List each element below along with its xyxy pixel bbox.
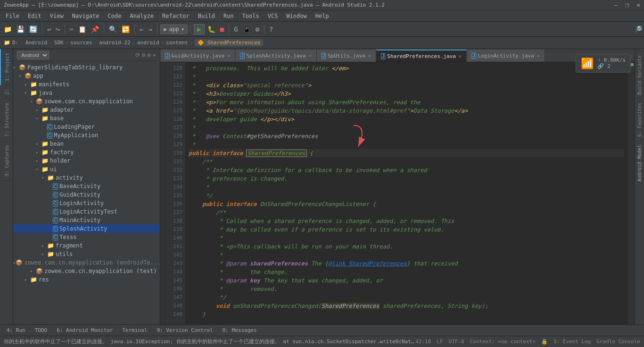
toolbar-replace-btn[interactable]: 🔁 [120,25,132,34]
build-variants-tab[interactable]: Build Variants [636,51,643,99]
tree-item-guidactivity[interactable]: CGuidActivity [13,190,160,199]
toolbar-redo-btn[interactable]: ↪ [54,25,61,34]
tab-close[interactable]: × [309,53,312,58]
tree-item-adapter[interactable]: ▸📁adapter [13,106,160,114]
tree-item-loadingpager[interactable]: CLoadingPager [13,123,160,131]
vtab-structure[interactable]: 7: Structure [0,99,13,141]
tree-item-mainactivity[interactable]: CMainActivity [13,216,160,224]
menu-analyze[interactable]: Analyze [126,12,157,20]
toolbar-undo-btn[interactable]: ↩ [45,25,53,34]
tab-SpUtils-java[interactable]: JSpUtils.java× [317,50,376,62]
gradle-tab[interactable]: Android Model [636,141,643,185]
bc-android22[interactable]: android-22 [99,40,130,46]
tree-item-pager[interactable]: ▸📦PagerSlidingTabStrip_library [13,63,160,72]
toolbar-file-btn[interactable]: 📁 [2,25,14,34]
run-button[interactable]: ▶ [194,24,204,34]
toolbar-paste-btn[interactable]: 📌 [89,25,101,34]
tree-item-loginactivity[interactable]: CLoginActivity [13,199,160,207]
menu-vcs[interactable]: VCS [264,12,282,20]
menu-window[interactable]: Window [282,12,310,20]
menu-tools[interactable]: Tools [239,12,263,20]
bc-android-pkg[interactable]: android [137,40,159,46]
code-content[interactable]: * processes. This will be added later </… [185,62,628,324]
tree-item-baseactivity[interactable]: CBaseActivity [13,182,160,190]
sync-action[interactable]: ⟳ [135,52,140,58]
minimize-button[interactable]: — [614,1,618,8]
tree-item-utils[interactable]: ▸📁utils [13,250,160,258]
tab-GuidActivity-java[interactable]: JGuidActivity.java× [160,50,235,62]
expand-action[interactable]: ▾ [153,52,156,58]
toolbar-sdk-btn[interactable]: ⚙ [254,25,261,34]
menu-file[interactable]: File [2,12,23,20]
status-event-log[interactable]: 3: Event Log [553,339,591,345]
tree-item-ui[interactable]: ▾📁ui [13,165,160,174]
bc-sdk[interactable]: SDK [54,40,64,46]
toolbar-nav-back-btn[interactable]: ← [138,25,145,34]
vtab-captures[interactable]: 9: Captures [0,141,13,181]
tree-item-activity[interactable]: ▾📁activity [13,174,160,182]
menu-build[interactable]: Build [194,12,219,20]
menu-help[interactable]: Help [312,12,333,20]
favorites-tab[interactable]: 6: Favorites [636,99,643,140]
status-gradle-console[interactable]: Gradle Console [596,339,640,345]
toolbar-sync-btn[interactable]: 🔄 [27,25,39,34]
bottom-tab-0-messages[interactable]: 0: Messages [218,326,262,334]
tree-item-zowee[interactable]: ▾📦zowee.com.cn.myapplication [13,97,160,106]
toolbar-avd-btn[interactable]: 📱 [241,25,253,34]
debug-button[interactable]: 🐛 [206,25,217,34]
tab-LoginActivity-java[interactable]: JLoginActivity.java× [467,50,545,62]
toolbar-save-btn[interactable]: 💾 [15,25,26,34]
tree-item-fragment[interactable]: ▸📁fragment [13,241,160,250]
tree-item-factory[interactable]: ▸📁factory [13,148,160,157]
vtab-project[interactable]: 1: Project [0,49,13,85]
menu-run[interactable]: Run [220,12,238,20]
tree-item-zowee3[interactable]: ▸📦zowee.com.cn.myapplication (test) [13,267,160,275]
tree-item-holder[interactable]: ▸📁holder [13,157,160,165]
app-selector[interactable]: ▶ app ▾ [160,25,188,34]
tree-item-bean[interactable]: ▸📁bean [13,140,160,148]
tab-SplashActivity-java[interactable]: JSplashActivity.java× [235,50,316,62]
tab-SharedPreferences-java[interactable]: JSharedPreferences.java× [376,50,467,62]
toolbar-gradle-btn[interactable]: G [232,25,239,34]
toolbar-help-btn[interactable]: ? [267,25,275,34]
toolbar-cut-btn[interactable]: ✂ [68,25,75,34]
tab-close[interactable]: × [227,53,230,58]
bottom-tab-terminal[interactable]: Terminal [117,326,152,334]
tree-item-loginactivitytest[interactable]: CLoginActivityTest [13,207,160,216]
menu-view[interactable]: View [46,12,67,20]
tree-item-zowee2[interactable]: ▸📦zowee.com.cn.myapplication (androidTe.… [13,258,160,267]
menu-code[interactable]: Code [104,12,125,20]
search-icon[interactable]: 🔎 [634,25,642,33]
bc-content[interactable]: content [166,40,188,46]
tree-item-java[interactable]: ▾📁java [13,89,160,97]
bottom-tab-4-run[interactable]: 4: Run [2,326,30,334]
bc-sources[interactable]: sources [70,40,92,46]
tree-item-myapp[interactable]: CMyApplication [13,131,160,140]
toolbar-nav-fwd-btn[interactable]: → [147,25,154,34]
bottom-tab-todo[interactable]: TODO [30,326,52,334]
vtab-unknown[interactable]: 2: [0,85,13,99]
bc-active[interactable]: 🔶 SharedPreferences [195,39,263,46]
tab-close[interactable]: × [537,53,540,58]
bottom-tab-6-android-monitor[interactable]: 6: Android Monitor [52,326,117,334]
close-button[interactable]: ✕ [636,1,640,8]
menu-refactor[interactable]: Refactor [158,12,193,20]
tree-item-manifests[interactable]: ▸📁manifests [13,80,160,89]
tree-item-tesss[interactable]: CTesss [13,233,160,241]
tree-item-app[interactable]: ▾📦app [13,72,160,80]
tree-item-splashactivity[interactable]: CSplashActivity [13,224,160,233]
collapse-action[interactable]: ⊟ [142,52,145,58]
tree-item-base[interactable]: ▾📁base [13,114,160,123]
toolbar-search-btn[interactable]: 🔍 [107,25,119,34]
menu-edit[interactable]: Edit [24,12,45,20]
toolbar-copy-btn[interactable]: 📋 [76,25,88,34]
bc-d[interactable]: D: [12,40,18,46]
tab-close[interactable]: × [368,53,371,58]
menu-navigate[interactable]: Navigate [68,12,103,20]
stop-button[interactable]: ■ [218,25,226,34]
bottom-tab-9-version-control[interactable]: 9: Version Control [152,326,217,334]
settings-action[interactable]: ⚙ [148,52,151,58]
bc-drive[interactable]: 📁 [4,40,10,46]
code-editor[interactable]: 1201211221231241251261271281291301311321… [160,62,635,324]
tree-item-res[interactable]: ▸📁res [13,275,160,284]
